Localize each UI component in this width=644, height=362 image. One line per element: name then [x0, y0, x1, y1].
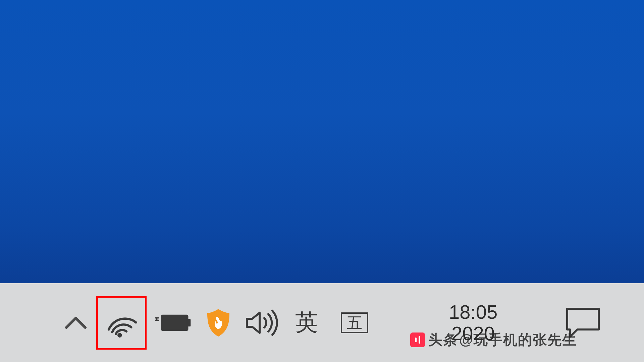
system-tray: 英 五 [59, 296, 373, 350]
wifi-icon [104, 308, 139, 338]
ime-language-button[interactable]: 英 [290, 304, 323, 341]
desktop-background [0, 0, 644, 283]
svg-rect-1 [162, 315, 187, 330]
show-hidden-icons-button[interactable] [59, 304, 93, 341]
firewall-shield-icon [205, 308, 231, 338]
volume-icon [245, 309, 282, 336]
svg-point-0 [117, 333, 122, 337]
clock-time: 18:05 [449, 301, 497, 323]
ime-language-label: 英 [295, 307, 318, 338]
battery-charging-icon [155, 313, 192, 333]
taskbar: 英 五 18:05 2020 [0, 283, 644, 362]
battery-tray-button[interactable] [150, 304, 197, 341]
wifi-tray-button[interactable] [96, 296, 147, 350]
watermark-handle: @玩手机的张先生 [459, 330, 577, 349]
svg-rect-2 [187, 319, 191, 326]
chevron-up-icon [64, 315, 88, 330]
ime-mode-button[interactable]: 五 [336, 304, 373, 341]
firewall-tray-button[interactable] [200, 304, 236, 341]
watermark-overlay: 头条 @玩手机的张先生 [410, 330, 577, 349]
watermark-brand: 头条 [428, 330, 458, 349]
ime-mode-label: 五 [341, 312, 368, 333]
watermark-logo-icon [410, 333, 425, 347]
volume-tray-button[interactable] [240, 304, 287, 341]
